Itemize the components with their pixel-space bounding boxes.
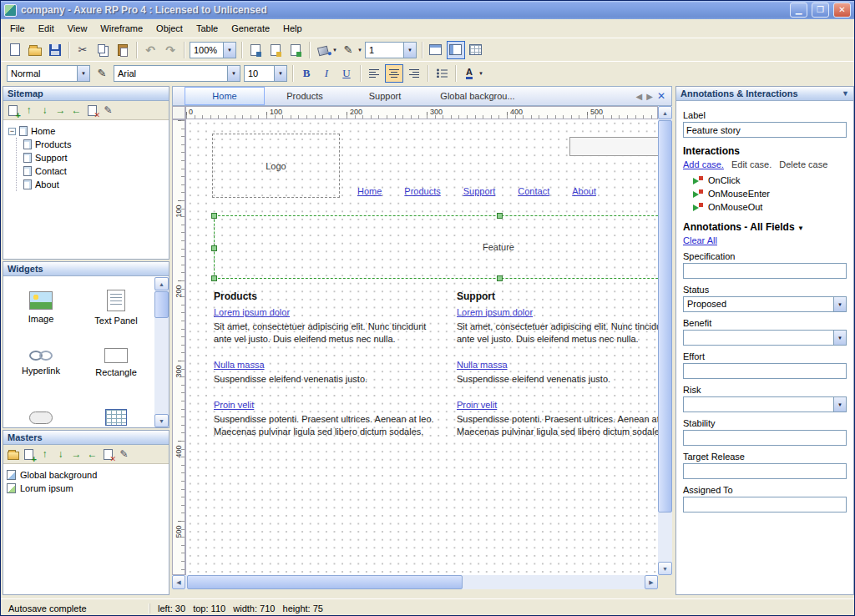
new-button[interactable] — [6, 41, 24, 59]
resize-handle[interactable] — [211, 213, 217, 219]
resize-handle[interactable] — [211, 275, 217, 281]
menu-view[interactable]: View — [61, 21, 94, 36]
risk-select[interactable]: ▼ — [683, 396, 847, 412]
dropdown-arrow-icon[interactable]: ▼ — [274, 66, 286, 81]
save-button[interactable] — [46, 41, 64, 59]
undo-button[interactable] — [141, 41, 159, 59]
wire-link[interactable]: Proin velit — [214, 399, 254, 412]
move-up-button[interactable]: ↑ — [37, 447, 53, 462]
canvas-horizontal-scrollbar[interactable]: ◀ ▶ — [172, 575, 658, 589]
widget-table[interactable] — [78, 390, 154, 428]
event-onclick[interactable]: OnClick — [683, 174, 847, 187]
widget-text-panel[interactable]: Text Panel — [78, 280, 154, 335]
event-onmouseout[interactable]: OnMouseOut — [683, 200, 847, 214]
cut-button[interactable] — [73, 41, 92, 59]
bullet-list-button[interactable] — [433, 64, 451, 83]
wire-link[interactable]: Nulla massa — [214, 359, 265, 371]
line-color-dropdown-arrow-icon[interactable]: ▼ — [357, 48, 362, 53]
master-item-global-background[interactable]: Global background — [7, 468, 165, 482]
feature-widget-selected[interactable]: Feature — [214, 215, 658, 279]
wireframe-canvas[interactable]: Logo Home Products Support Contact About… — [185, 119, 658, 575]
guides-view-button[interactable] — [467, 41, 485, 59]
delete-page-button[interactable] — [84, 103, 100, 119]
outdent-button[interactable]: ← — [84, 447, 100, 462]
scroll-left-button[interactable]: ◀ — [172, 575, 185, 589]
tab-global-background[interactable]: Global backgrou... — [425, 87, 530, 105]
wire-link[interactable]: Lorem ipsum dolor — [214, 306, 290, 319]
delete-case-link[interactable]: Delete case — [779, 159, 827, 169]
minimize-button[interactable]: ▁ — [790, 3, 807, 18]
line-color-button[interactable] — [339, 41, 357, 59]
nav-link-home[interactable]: Home — [357, 186, 382, 196]
menu-edit[interactable]: Edit — [32, 21, 61, 36]
align-left-button[interactable] — [365, 64, 383, 83]
products-column[interactable]: Products Lorem ipsum dolor Sit amet, con… — [214, 290, 441, 450]
dropdown-arrow-icon[interactable]: ▼ — [403, 43, 416, 58]
nav-link-support[interactable]: Support — [463, 186, 496, 196]
widget-rectangle[interactable]: Rectangle — [78, 335, 154, 390]
line-width-combobox[interactable]: 1 ▼ — [365, 42, 417, 58]
status-select[interactable]: Proposed ▼ — [683, 296, 847, 312]
maximize-button[interactable]: ❐ — [812, 3, 829, 18]
edit-styles-button[interactable] — [93, 64, 111, 83]
close-button[interactable]: ✕ — [833, 3, 851, 18]
master-item-lorum-ipsum[interactable]: Lorum ipsum — [7, 482, 165, 495]
tree-item-support[interactable]: Support — [23, 151, 166, 164]
add-master-button[interactable] — [21, 447, 37, 462]
support-column[interactable]: Support Lorem ipsum dolor Sit amet, cons… — [457, 290, 658, 450]
stability-input[interactable] — [683, 430, 847, 446]
outdent-button[interactable]: ← — [68, 103, 84, 119]
tree-item-products[interactable]: Products — [23, 138, 166, 151]
rename-page-button[interactable] — [100, 103, 116, 119]
tab-home[interactable]: Home — [185, 87, 265, 105]
grid-view-button[interactable] — [447, 41, 465, 59]
header-rectangle-widget[interactable] — [569, 137, 658, 156]
dropdown-arrow-icon[interactable]: ▼ — [77, 66, 89, 81]
wire-link[interactable]: Proin velit — [457, 399, 497, 412]
underline-button[interactable]: U — [337, 64, 356, 83]
logo-widget[interactable]: Logo — [212, 134, 340, 198]
wire-link[interactable]: Nulla massa — [457, 359, 508, 371]
specification-input[interactable] — [683, 263, 847, 279]
indent-button[interactable]: → — [68, 447, 84, 462]
event-onmouseenter[interactable]: OnMouseEnter — [683, 187, 847, 200]
scroll-down-button[interactable]: ▼ — [154, 414, 169, 427]
widget-image[interactable]: Image — [3, 280, 78, 335]
scrollbar-thumb[interactable] — [658, 120, 672, 512]
scrollbar-thumb[interactable] — [187, 575, 463, 589]
style-combobox[interactable]: Normal ▼ — [7, 65, 90, 82]
edit-case-link[interactable]: Edit case. — [731, 159, 772, 169]
clear-all-link[interactable]: Clear All — [683, 235, 717, 245]
scroll-up-button[interactable]: ▲ — [154, 277, 169, 290]
canvas-vertical-scrollbar[interactable]: ▲ ▼ — [658, 106, 672, 575]
nav-link-products[interactable]: Products — [404, 186, 440, 196]
fill-color-button[interactable] — [314, 41, 332, 59]
move-down-button[interactable]: ↓ — [37, 103, 53, 119]
dropdown-arrow-icon[interactable]: ▼ — [223, 43, 235, 58]
nav-link-about[interactable]: About — [572, 186, 596, 196]
tree-item-about[interactable]: About — [23, 178, 166, 191]
zoom-combobox[interactable]: 100% ▼ — [190, 42, 236, 58]
dropdown-arrow-icon[interactable]: ▼ — [833, 397, 846, 412]
collapse-icon[interactable]: − — [8, 128, 16, 135]
fill-color-dropdown-arrow-icon[interactable]: ▼ — [332, 48, 337, 53]
add-case-link[interactable]: Add case. — [683, 159, 724, 169]
tab-scroll-left-icon[interactable]: ◀ — [636, 92, 643, 101]
dropdown-arrow-icon[interactable]: ▼ — [833, 331, 846, 345]
tab-products[interactable]: Products — [265, 87, 345, 105]
widget-rounded-rectangle[interactable] — [3, 390, 78, 428]
assigned-to-input[interactable] — [683, 497, 847, 512]
resize-handle[interactable] — [497, 213, 503, 219]
add-page-button[interactable] — [5, 103, 21, 119]
toggle-interactions-button[interactable] — [286, 41, 305, 59]
layout-view-button[interactable] — [427, 41, 445, 59]
nav-link-contact[interactable]: Contact — [518, 186, 549, 196]
align-right-button[interactable] — [405, 64, 423, 83]
resize-handle[interactable] — [211, 245, 217, 251]
tree-item-contact[interactable]: Contact — [23, 164, 166, 178]
copy-button[interactable] — [94, 41, 112, 59]
menu-wireframe[interactable]: Wireframe — [94, 21, 149, 36]
font-combobox[interactable]: Arial ▼ — [114, 65, 240, 82]
dropdown-arrow-icon[interactable]: ▼ — [227, 66, 240, 81]
font-color-button[interactable]: A — [460, 64, 478, 83]
